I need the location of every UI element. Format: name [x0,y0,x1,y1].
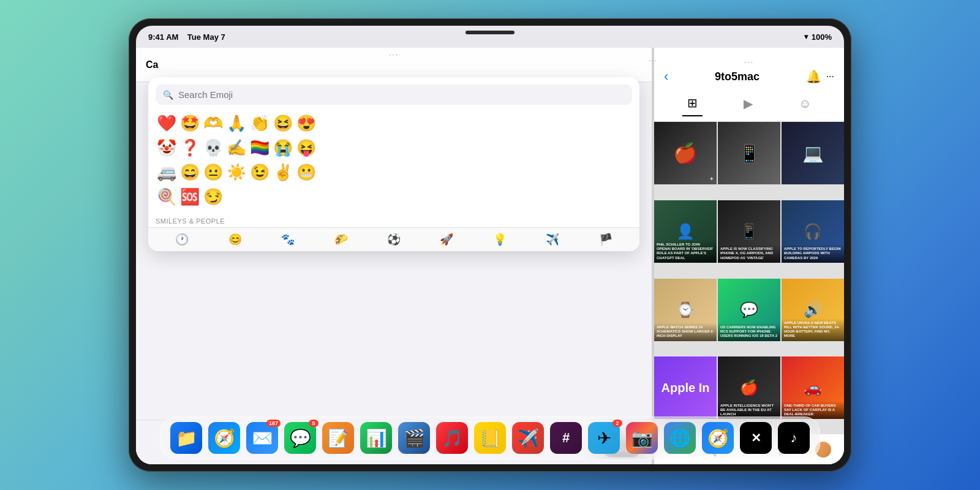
dock-app-keynote[interactable]: 🎬 [398,422,430,454]
messages-title: Ca [146,59,158,70]
status-time: 9:41 AM Tue May 7 [148,32,225,42]
cat-flags[interactable]: 🏴 [599,233,612,246]
dock-app-x[interactable]: ✕ [740,422,772,454]
cat-travel[interactable]: 🚀 [440,233,453,246]
emoji-neutral[interactable]: 😐 [202,161,224,183]
tiktok-icon: ♪ [791,430,797,446]
emoji-row-1: ❤️ 🤩 🫶 🙏 👏 😆 😍 [156,112,632,134]
date-display: Tue May 7 [187,32,225,42]
files-icon: 📁 [176,428,197,448]
emoji-question[interactable]: ❓ [179,137,201,159]
dock-app-safari[interactable]: 🧭 [208,422,240,454]
dock-app-telegram[interactable]: ✈ 2 [588,422,620,454]
emoji-pray[interactable]: 🙏 [225,112,247,134]
chrome-icon: 🌐 [669,428,691,448]
cat-animals[interactable]: 🐾 [281,233,295,246]
dock-app-tiktok[interactable]: ♪ [778,422,810,454]
cat-food[interactable]: 🌮 [334,233,348,246]
feed-item-11[interactable]: 🍎 APPLE INTELLIGENCE WON'T BE AVAILABLE … [718,356,780,419]
emoji-crying[interactable]: 😭 [272,137,294,159]
feed-item-10[interactable]: Apple In [654,356,717,419]
left-app-dots: ··· [389,50,399,59]
feed-item-1[interactable]: 🍎 ✦ [654,122,717,184]
numbers-icon: 📊 [366,428,387,448]
battery-display: 100% [812,32,832,42]
slack-icon: # [562,430,570,446]
feed-item-7[interactable]: ⌚ APPLE WATCH SERIES 10 SCHEMATICS SHOW … [654,279,717,341]
main-content: ··· Ca 🔍 ❤️ 🤩 🫶 🙏 [136,48,844,464]
emoji-heart[interactable]: ❤️ [156,112,178,134]
more-icon[interactable]: ··· [826,71,834,82]
emoji-search-input[interactable] [178,89,625,100]
feed-grid: 🍎 ✦ 📱 💻 [654,122,844,434]
emoji-rainbow[interactable]: 🏳️‍🌈 [249,137,271,159]
emoji-writing[interactable]: ✍️ [225,137,247,159]
feed-item-6[interactable]: 🎧 APPLE TO REPORTEDLY BEGIN BUILDING AIR… [782,200,844,263]
emoji-clown[interactable]: 🤡 [156,137,178,159]
dock-app-instagram[interactable]: 📷 [626,422,658,454]
tab-video[interactable]: ▶ [739,91,758,116]
emoji-starstruck[interactable]: 🤩 [179,112,201,134]
emoji-heart-eyes[interactable]: 😍 [295,112,317,134]
feed-item-2[interactable]: 📱 [718,122,780,184]
wifi-icon: ▾ [804,32,808,41]
emoji-search-bar[interactable]: 🔍 [156,85,632,105]
time-display: 9:41 AM [148,32,178,42]
music-icon: 🎵 [442,428,463,448]
feed-item-4[interactable]: 👤 PHIL SCHILLER TO JOIN OPENAI BOARD IN … [654,200,717,263]
dock-app-music[interactable]: 🎵 [436,422,468,454]
emoji-handshake[interactable]: 🫶 [202,112,224,134]
dock-app-files[interactable]: 📁 [170,422,202,454]
feed-item-5[interactable]: 📱 APPLE IS NOW CLASSIFYING IPHONE X, OG … [718,200,780,263]
dock-app-numbers[interactable]: 📊 [360,422,392,454]
dock-app-mail[interactable]: ✉️ 187 [246,422,278,454]
dock-app-pages[interactable]: 📝 [322,422,354,454]
cat-smileys[interactable]: 😊 [228,233,242,246]
cat-recent[interactable]: 🕐 [175,233,189,246]
news-top-bar: ‹ 9to5mac 🔔 ··· [664,69,834,85]
feed-item-12[interactable]: 🚗 ONE-THIRD OF CAR BUYERS SAY LACK OF CA… [782,356,844,419]
pages-icon: 📝 [328,428,349,448]
emoji-clap[interactable]: 👏 [249,112,271,134]
messages-badge: 5 [309,420,318,427]
emoji-van[interactable]: 🚐 [156,161,178,183]
cat-activities[interactable]: ⚽ [387,233,401,246]
emoji-grid: ❤️ 🤩 🫶 🙏 👏 😆 😍 🤡 ❓ 💀 ✍️ [148,110,639,215]
emoji-wink[interactable]: 😉 [249,161,271,183]
cat-symbols[interactable]: ✈️ [546,233,559,246]
cat-objects[interactable]: 💡 [493,233,507,246]
dock-app-spark[interactable]: ✈️ [512,422,544,454]
emoji-peace[interactable]: ✌️ [272,161,294,183]
emoji-lollipop[interactable]: 🍭 [156,186,178,208]
emoji-section-label: SMILEYS & PEOPLE [148,215,639,227]
dock-app-chrome[interactable]: 🌐 [664,422,696,454]
feed-item-8[interactable]: 💬 US CARRIERS NOW ENABLING RCS SUPPORT F… [718,279,780,341]
dock-app-messages[interactable]: 💬 5 [284,422,316,454]
back-button[interactable]: ‹ [664,69,668,85]
notes-icon: 📒 [480,428,501,448]
emoji-laughing[interactable]: 😆 [272,112,294,134]
search-icon: 🔍 [163,90,173,100]
emoji-row-3: 🚐 😄 😐 ☀️ 😉 ✌️ 😬 [156,161,632,183]
dock-app-slack[interactable]: # [550,422,582,454]
emoji-picker: 🔍 ❤️ 🤩 🫶 🙏 👏 😆 😍 [148,77,639,251]
x-icon: ✕ [751,431,761,445]
emoji-grimace[interactable]: 😬 [295,161,317,183]
emoji-grin[interactable]: 😄 [179,161,201,183]
feed-item-9[interactable]: 🔊 APPLE UNVEILS NEW BEATS PILL WITH BETT… [782,279,844,341]
dock-app-notes[interactable]: 📒 [474,422,506,454]
emoji-sos[interactable]: 🆘 [179,186,201,208]
tab-grid[interactable]: ⊞ [682,91,703,116]
bell-icon[interactable]: 🔔 [806,69,821,84]
emoji-skull[interactable]: 💀 [202,137,224,159]
status-right: ▾ 100% [804,32,832,42]
emoji-tongue[interactable]: 😝 [295,137,317,159]
tab-tagged[interactable]: ☺ [794,92,816,116]
app-news: ··· ‹ 9to5mac 🔔 ··· ⊞ ▶ ☺ [654,48,844,464]
app-messages: ··· Ca 🔍 ❤️ 🤩 🫶 🙏 [136,48,652,464]
emoji-smirk[interactable]: 😏 [202,186,224,208]
news-header: ··· ‹ 9to5mac 🔔 ··· ⊞ ▶ ☺ [654,48,844,122]
feed-item-3[interactable]: 💻 [782,122,844,184]
dock-app-safari2[interactable]: 🧭 [702,422,734,454]
emoji-sun[interactable]: ☀️ [225,161,247,183]
